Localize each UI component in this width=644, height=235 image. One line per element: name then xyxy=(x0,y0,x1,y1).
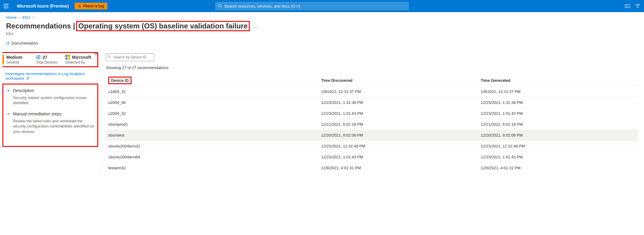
description-header[interactable]: Description xyxy=(6,88,94,93)
search-icon xyxy=(108,55,111,59)
svg-rect-24 xyxy=(68,55,70,57)
svg-marker-10 xyxy=(636,5,640,8)
svg-line-7 xyxy=(220,7,222,8)
page-title: Operating system (OS) baseline validatio… xyxy=(76,21,250,31)
svg-rect-23 xyxy=(65,55,67,57)
cell-time-discovered: 12/23/2021, 1:01:43 PM xyxy=(319,151,478,162)
documentation-link-row: Documentation xyxy=(0,39,644,49)
cell-time-discovered: 12/23/2021, 1:01:43 PM xyxy=(319,108,478,119)
breadcrumb-item[interactable]: Kfir1 xyxy=(22,15,31,20)
detected-value: Microsoft xyxy=(72,55,91,60)
breadcrumb-home[interactable]: Home xyxy=(6,15,17,20)
page-subtitle: Kfir1 xyxy=(0,31,644,39)
external-link-icon xyxy=(6,41,10,45)
details-box: Description Security related system conf… xyxy=(2,84,98,147)
cell-device-id: u2004_32 xyxy=(106,108,319,119)
cell-device-id: testarm32 xyxy=(106,162,319,173)
table-row[interactable]: testarm3212/8/2021, 4:01:31 PM12/8/2021,… xyxy=(106,162,638,173)
report-bug-button[interactable]: Report a bug xyxy=(75,3,107,9)
collapse-button[interactable] xyxy=(93,51,99,57)
detected-label: Detected by xyxy=(65,60,95,65)
page-title-row: Recommendations | Operating system (OS) … xyxy=(0,20,644,31)
cell-time-generated: 12/20/2021, 8:02:06 PM xyxy=(478,130,638,141)
table-row[interactable]: sbomprod112/21/2021, 6:02:18 PM12/21/202… xyxy=(106,119,638,130)
chip-icon xyxy=(36,55,41,60)
column-time-generated[interactable]: Time Generated xyxy=(478,75,638,86)
search-input[interactable] xyxy=(215,2,409,10)
detected-stat: Microsoft Detected by xyxy=(65,55,95,65)
svg-rect-25 xyxy=(65,58,67,60)
cell-device-id: u1804_32 xyxy=(106,86,319,97)
cell-time-discovered: 12/8/2021, 4:01:31 PM xyxy=(319,162,478,173)
table-row[interactable]: u2004_3212/23/2021, 1:01:43 PM12/23/2021… xyxy=(106,108,638,119)
severity-label: Severity xyxy=(6,60,36,65)
devices-table: Device ID Time Discovered Time Generated… xyxy=(106,75,638,174)
cell-time-generated: 12/21/2021, 6:02:18 PM xyxy=(478,119,638,130)
device-search-input[interactable] xyxy=(106,53,154,61)
svg-rect-8 xyxy=(625,5,629,8)
top-icons xyxy=(625,3,640,9)
cell-time-discovered: 12/20/2021, 8:02:06 PM xyxy=(319,130,478,141)
investigate-label: Investigate recommendations in Log Analy… xyxy=(5,71,85,81)
stats-box: Medium Severity 27 Total Devices Microso… xyxy=(2,52,98,67)
remediation-header[interactable]: Manual remediation steps xyxy=(6,111,94,116)
column-device-id[interactable]: Device ID xyxy=(106,75,319,86)
cell-time-discovered: 12/23/2021, 1:31:38 PM xyxy=(319,97,478,108)
documentation-label: Documentation xyxy=(11,41,38,45)
documentation-link[interactable]: Documentation xyxy=(6,41,38,45)
severity-bar xyxy=(2,55,4,65)
chevron-right-icon: › xyxy=(33,15,34,20)
devices-label: Total Devices xyxy=(36,60,66,65)
remediation-body: Review the failed rules and remediate th… xyxy=(13,119,94,135)
cell-device-id: ubuntu2004arm64 xyxy=(106,151,319,162)
svg-line-12 xyxy=(8,42,9,44)
cell-time-generated: 12/23/2021, 1:01:43 PM xyxy=(478,151,638,162)
svg-rect-14 xyxy=(38,57,39,58)
cell-device-id: sbomtest xyxy=(106,130,319,141)
chevron-down-icon xyxy=(6,88,11,93)
cell-time-generated: 1/9/2022, 12:31:37 PM xyxy=(478,86,638,97)
table-row[interactable]: ubuntu2004arm6412/23/2021, 1:01:43 PM12/… xyxy=(106,151,638,162)
cell-time-discovered: 1/9/2022, 12:31:37 PM xyxy=(319,86,478,97)
column-time-discovered[interactable]: Time Discovered xyxy=(319,75,478,86)
svg-point-0 xyxy=(79,5,80,7)
description-body: Security related system configuration is… xyxy=(13,95,94,106)
brand-label: Microsoft Azure (Preview) xyxy=(17,4,69,8)
bug-label: Report a bug xyxy=(83,4,104,8)
microsoft-logo-icon xyxy=(65,55,70,60)
description-section: Description Security related system conf… xyxy=(6,88,94,106)
top-bar: Microsoft Azure (Preview) Report a bug xyxy=(0,0,644,12)
more-icon[interactable]: … xyxy=(253,23,258,29)
menu-icon[interactable] xyxy=(4,2,11,10)
filter-icon[interactable] xyxy=(635,3,640,9)
cloud-shell-icon[interactable] xyxy=(625,3,630,9)
devices-stat: 27 Total Devices xyxy=(36,55,66,65)
remediation-title: Manual remediation steps xyxy=(13,111,61,116)
left-pane: Medium Severity 27 Total Devices Microso… xyxy=(0,49,101,174)
remediation-section: Manual remediation steps Review the fail… xyxy=(6,111,94,135)
table-row[interactable]: sbomtest12/20/2021, 8:02:06 PM12/20/2021… xyxy=(106,130,638,141)
right-pane: Showing 27 of 27 recommendations Device … xyxy=(101,49,644,174)
cell-time-generated: 12/23/2021, 12:32:49 PM xyxy=(478,141,638,151)
investigate-link[interactable]: Investigate recommendations in Log Analy… xyxy=(5,71,85,81)
table-header-row: Device ID Time Discovered Time Generated xyxy=(106,75,638,86)
table-row[interactable]: ubuntu2004arm3212/23/2021, 12:32:49 PM12… xyxy=(106,141,638,151)
table-row[interactable]: u2004_6412/23/2021, 1:31:38 PM12/23/2021… xyxy=(106,97,638,108)
severity-value: Medium xyxy=(6,55,36,60)
cell-device-id: u2004_64 xyxy=(106,97,319,108)
chevron-right-icon: › xyxy=(19,15,20,20)
cell-device-id: sbomprod1 xyxy=(106,119,319,130)
chevron-down-icon xyxy=(6,112,11,116)
table-row[interactable]: u1804_321/9/2022, 12:31:37 PM1/9/2022, 1… xyxy=(106,86,638,97)
breadcrumb: Home › Kfir1 › xyxy=(0,12,644,20)
cell-time-generated: 12/8/2021, 4:01:31 PM xyxy=(478,162,638,173)
chevron-double-left-icon xyxy=(93,51,99,56)
cell-time-generated: 12/23/2021, 1:31:38 PM xyxy=(478,97,638,108)
description-title: Description xyxy=(13,88,34,93)
svg-point-29 xyxy=(108,55,110,57)
svg-point-6 xyxy=(218,4,221,7)
svg-line-28 xyxy=(28,77,29,79)
svg-rect-26 xyxy=(68,58,70,60)
page-title-prefix: Recommendations | xyxy=(6,22,75,30)
global-search xyxy=(215,2,409,10)
